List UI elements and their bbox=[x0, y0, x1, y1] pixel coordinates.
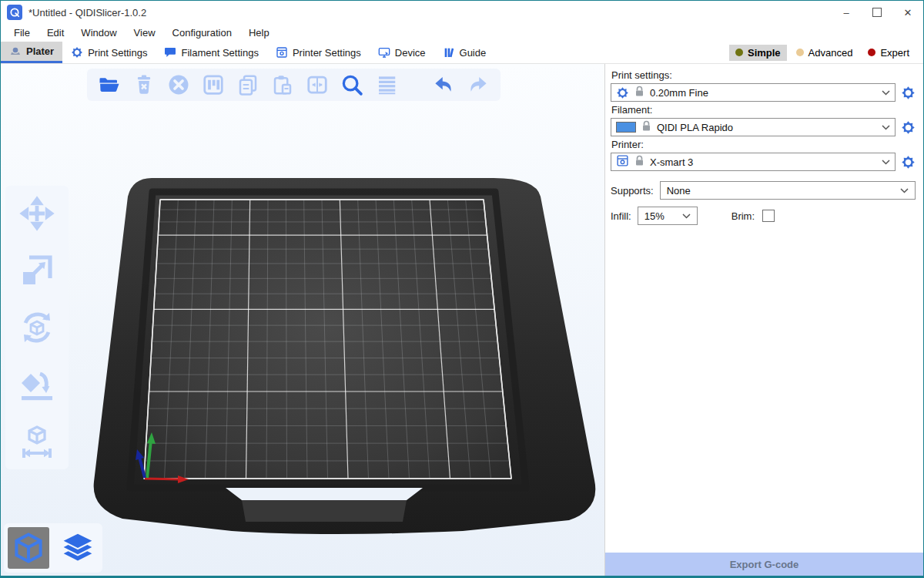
mode-simple[interactable]: Simple bbox=[729, 45, 787, 61]
app-logo-icon bbox=[7, 5, 22, 20]
cube-icon bbox=[12, 531, 45, 565]
simple-dot-icon bbox=[735, 49, 743, 56]
search-icon[interactable] bbox=[340, 73, 363, 96]
gizmo-toolbar bbox=[5, 186, 69, 469]
gear-icon bbox=[71, 46, 83, 59]
menu-view[interactable]: View bbox=[126, 27, 164, 39]
infill-combo[interactable]: 15% bbox=[638, 207, 698, 225]
view-switch bbox=[4, 523, 102, 573]
maximize-icon bbox=[872, 8, 882, 17]
tab-print-settings[interactable]: Print Settings bbox=[62, 42, 156, 63]
brim-checkbox[interactable] bbox=[762, 210, 775, 222]
advanced-dot-icon bbox=[796, 49, 804, 56]
tab-plater[interactable]: Plater bbox=[1, 42, 62, 63]
menu-window[interactable]: Window bbox=[72, 27, 125, 39]
menu-edit[interactable]: Edit bbox=[38, 27, 72, 39]
build-plate bbox=[144, 200, 511, 479]
filament-color-swatch bbox=[616, 122, 636, 133]
supports-combo[interactable]: None bbox=[660, 181, 916, 200]
print-settings-gear-button[interactable] bbox=[901, 86, 916, 100]
chevron-down-icon bbox=[682, 213, 691, 219]
filament-gear-button[interactable] bbox=[901, 120, 916, 135]
close-button[interactable]: ✕ bbox=[892, 1, 923, 24]
filament-combo[interactable]: QIDI PLA Rapido bbox=[611, 118, 896, 136]
chevron-down-icon bbox=[882, 125, 890, 130]
menu-file[interactable]: File bbox=[5, 27, 38, 39]
mode-advanced[interactable]: Advanced bbox=[790, 45, 859, 61]
printer-icon bbox=[616, 154, 629, 170]
print-bed-scene[interactable] bbox=[1, 64, 604, 576]
menu-bar: File Edit Window View Configuration Help bbox=[1, 24, 923, 42]
printer-gear-button[interactable] bbox=[901, 155, 916, 170]
arrange-icon[interactable] bbox=[202, 73, 225, 96]
layers-list-icon[interactable] bbox=[375, 73, 398, 96]
preview-layers-view-button[interactable] bbox=[57, 527, 99, 569]
expert-dot-icon bbox=[868, 49, 875, 56]
redo-icon[interactable] bbox=[467, 73, 490, 96]
mode-switcher: Simple Advanced Expert bbox=[729, 42, 923, 63]
filament-label: Filament: bbox=[611, 104, 916, 116]
printer-label: Printer: bbox=[611, 139, 916, 150]
print-settings-label: Print settings: bbox=[611, 69, 916, 81]
paste-icon[interactable] bbox=[271, 73, 294, 96]
minimize-button[interactable]: – bbox=[831, 1, 862, 24]
infill-label: Infill: bbox=[611, 210, 631, 222]
device-icon bbox=[378, 46, 390, 59]
delete-icon[interactable] bbox=[132, 73, 156, 96]
menu-help[interactable]: Help bbox=[240, 27, 278, 39]
split-objects-icon[interactable] bbox=[306, 73, 329, 96]
layers-icon bbox=[61, 531, 95, 565]
app-window: *Untitled - QIDISlicer-1.0.2 – ✕ File Ed… bbox=[0, 0, 924, 578]
chevron-down-icon bbox=[882, 90, 890, 96]
plater-icon bbox=[9, 45, 22, 58]
menu-configuration[interactable]: Configuration bbox=[164, 27, 240, 39]
rotate-tool-icon[interactable] bbox=[18, 309, 55, 346]
maximize-button[interactable] bbox=[862, 1, 892, 24]
scale-tool-icon[interactable] bbox=[18, 252, 55, 289]
main-toolbar bbox=[87, 69, 500, 101]
mode-expert[interactable]: Expert bbox=[862, 45, 916, 61]
3d-viewport[interactable] bbox=[1, 64, 604, 576]
filament-icon bbox=[164, 46, 176, 59]
printer-combo[interactable]: X-smart 3 bbox=[611, 153, 896, 171]
tab-device[interactable]: Device bbox=[370, 42, 434, 63]
window-title: *Untitled - QIDISlicer-1.0.2 bbox=[28, 7, 146, 18]
brim-label: Brim: bbox=[732, 210, 755, 222]
handle-cutout bbox=[226, 488, 423, 500]
lock-icon bbox=[634, 155, 644, 169]
copy-icon[interactable] bbox=[236, 73, 259, 96]
undo-icon[interactable] bbox=[432, 73, 455, 96]
tab-filament-settings[interactable]: Filament Settings bbox=[156, 42, 266, 63]
chevron-down-icon bbox=[900, 188, 909, 193]
title-bar: *Untitled - QIDISlicer-1.0.2 – ✕ bbox=[1, 1, 923, 24]
move-tool-icon[interactable] bbox=[18, 195, 55, 232]
lock-icon bbox=[634, 86, 644, 99]
printer-icon bbox=[276, 46, 288, 59]
supports-label: Supports: bbox=[611, 185, 654, 197]
3d-editor-view-button[interactable] bbox=[8, 527, 49, 569]
settings-panel: Print settings: 0.20mm Fine Filament: bbox=[604, 64, 923, 576]
gear-icon bbox=[616, 86, 629, 99]
open-folder-icon[interactable] bbox=[98, 73, 121, 96]
chevron-down-icon bbox=[882, 160, 890, 165]
lock-icon bbox=[641, 120, 651, 134]
guide-icon bbox=[443, 46, 455, 59]
handle-grip bbox=[242, 500, 407, 522]
delete-all-icon[interactable] bbox=[167, 73, 190, 96]
measure-tool-icon[interactable] bbox=[18, 423, 55, 460]
place-on-face-tool-icon[interactable] bbox=[18, 366, 55, 403]
tab-guide[interactable]: Guide bbox=[434, 42, 495, 63]
tab-bar: Plater Print Settings Filament Settings … bbox=[1, 42, 923, 64]
tab-printer-settings[interactable]: Printer Settings bbox=[267, 42, 370, 63]
export-gcode-button[interactable]: Export G-code bbox=[605, 553, 923, 576]
print-settings-combo[interactable]: 0.20mm Fine bbox=[611, 83, 896, 102]
